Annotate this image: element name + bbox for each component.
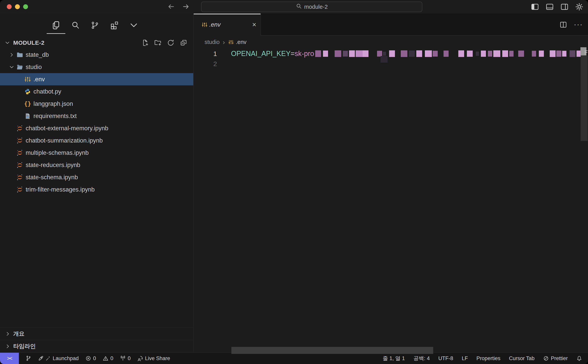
- jupyter-icon: [16, 136, 24, 145]
- search-icon: [296, 3, 302, 11]
- status-remote[interactable]: ><: [0, 353, 19, 364]
- minimize-window-button[interactable]: [15, 4, 20, 9]
- redacted-block: [569, 50, 575, 57]
- toggle-primary-sidebar-icon[interactable]: [531, 3, 539, 11]
- toggle-secondary-sidebar-icon[interactable]: [560, 3, 569, 11]
- explorer-title[interactable]: MODULE-2: [13, 39, 45, 46]
- status-bar-left: ><Launchpad000Live Share: [0, 353, 170, 364]
- chevron-right-icon[interactable]: [8, 51, 16, 59]
- status-errors[interactable]: 0: [85, 353, 96, 364]
- jupyter-icon: [16, 185, 24, 194]
- activity-item-explorer[interactable]: [51, 16, 61, 35]
- sidebar: MODULE-2 state_dbstudio.envchatbot.py{}l…: [0, 14, 194, 352]
- redacted-block: [349, 50, 355, 57]
- jupyter-icon: [16, 173, 24, 182]
- status-live-share[interactable]: Live Share: [137, 353, 170, 364]
- tree-item-langgraph.json[interactable]: {}langgraph.json: [0, 98, 193, 110]
- activity-item-search[interactable]: [71, 16, 80, 35]
- chevron-down-icon[interactable]: [4, 39, 11, 47]
- collapse-all-icon[interactable]: [180, 39, 187, 47]
- chevron-spacer: [8, 161, 16, 169]
- tree-item-state-schema.ipynb[interactable]: state-schema.ipynb: [0, 171, 193, 183]
- status-label: 0: [128, 355, 131, 362]
- redacted-block: [377, 51, 382, 57]
- breadcrumb-file[interactable]: .env: [236, 39, 246, 45]
- more-actions-button[interactable]: ···: [574, 20, 583, 29]
- redacted-block: [502, 50, 508, 57]
- tree-item-requirements.txt[interactable]: requirements.txt: [0, 110, 193, 122]
- chevron-right-icon: [4, 342, 12, 350]
- close-window-button[interactable]: [7, 4, 12, 9]
- redacted-secret-blocks: [314, 50, 582, 57]
- tree-item-state-db[interactable]: state_db: [0, 49, 193, 61]
- settings-gear-icon[interactable]: [575, 3, 583, 11]
- chevron-spacer: [8, 124, 16, 132]
- code-editor[interactable]: 1 OPENAI_API_KEY=sk-pro 2: [194, 49, 588, 352]
- status-launchpad[interactable]: Launchpad: [38, 353, 79, 364]
- python-icon: [23, 87, 32, 96]
- new-folder-icon[interactable]: [154, 39, 162, 47]
- activity-item-extensions[interactable]: [110, 16, 119, 35]
- wand-icon: [46, 356, 51, 361]
- status-warnings[interactable]: 0: [103, 353, 113, 364]
- status-eol[interactable]: LF: [462, 353, 468, 364]
- tab-env[interactable]: .env ×: [194, 14, 261, 36]
- zoom-window-button[interactable]: [23, 4, 28, 9]
- tree-item-.env[interactable]: .env: [0, 73, 193, 85]
- status-language-mode[interactable]: Properties: [476, 353, 500, 364]
- redacted-block: [315, 50, 321, 57]
- chevron-down-icon[interactable]: [8, 63, 16, 71]
- activity-item-source-control[interactable]: [90, 16, 100, 35]
- status-cursor-position[interactable]: 줄 1, 열 1: [383, 353, 405, 364]
- tree-item-chatbot-external-memory.ipynb[interactable]: chatbot-external-memory.ipynb: [0, 122, 193, 134]
- tree-item-chatbot-summarization.ipynb[interactable]: chatbot-summarization.ipynb: [0, 134, 193, 147]
- forward-button[interactable]: [182, 3, 190, 11]
- redacted-block: [532, 51, 536, 57]
- chevron-right-icon: [4, 330, 12, 338]
- tree-item-label: state-schema.ipynb: [26, 174, 78, 181]
- status-ports[interactable]: [26, 353, 31, 364]
- redacted-block: [556, 51, 561, 57]
- titlebar-layout-controls: [531, 2, 583, 11]
- new-file-icon[interactable]: [141, 39, 149, 47]
- breadcrumb-folder[interactable]: studio: [205, 39, 220, 45]
- tree-item-studio[interactable]: studio: [0, 61, 193, 73]
- refresh-icon[interactable]: [167, 39, 174, 47]
- tree-item-label: chatbot-summarization.ipynb: [26, 137, 103, 144]
- tree-item-label: langgraph.json: [33, 100, 73, 107]
- broadcast-icon: [120, 355, 126, 361]
- tree-item-trim-filter-messages.ipynb[interactable]: trim-filter-messages.ipynb: [0, 183, 193, 196]
- status-encoding[interactable]: UTF-8: [438, 353, 453, 364]
- vertical-scrollbar[interactable]: [581, 55, 588, 141]
- status-formatter[interactable]: Prettier: [543, 353, 568, 364]
- ports-icon: [26, 355, 31, 361]
- tree-item-state-reducers.ipynb[interactable]: state-reducers.ipynb: [0, 159, 193, 171]
- sidebar-section-outline[interactable]: 개요: [0, 327, 193, 340]
- redacted-block: [389, 50, 395, 57]
- status-label: 줄 1, 열 1: [383, 355, 405, 362]
- explorer-actions: [141, 39, 187, 47]
- error-icon: [85, 355, 91, 361]
- bell-icon: [576, 355, 582, 361]
- back-button[interactable]: [167, 3, 175, 11]
- tree-item-chatbot.py[interactable]: chatbot.py: [0, 85, 193, 98]
- status-broadcast[interactable]: 0: [120, 353, 131, 364]
- horizontal-scrollbar[interactable]: [231, 347, 433, 354]
- sidebar-section-timeline[interactable]: 타임라인: [0, 340, 193, 352]
- status-indentation[interactable]: 공백: 4: [414, 353, 430, 364]
- env-file-icon: [200, 20, 209, 29]
- code-line-1: 1 OPENAI_API_KEY=sk-pro: [194, 49, 588, 59]
- redacted-block: [343, 51, 348, 57]
- status-cursor-tab[interactable]: Cursor Tab: [509, 353, 535, 364]
- redacted-block: [356, 50, 363, 57]
- status-notifications[interactable]: [576, 353, 582, 364]
- close-tab-icon[interactable]: ×: [252, 21, 256, 28]
- activity-item-more[interactable]: [129, 16, 138, 35]
- split-editor-icon[interactable]: [559, 21, 567, 29]
- command-center-search[interactable]: module-2: [201, 1, 422, 12]
- status-bar: ><Launchpad000Live Share 줄 1, 열 1공백: 4UT…: [0, 352, 588, 364]
- redacted-block: [323, 51, 328, 57]
- tree-item-multiple-schemas.ipynb[interactable]: multiple-schemas.ipynb: [0, 147, 193, 159]
- toggle-panel-icon[interactable]: [546, 3, 554, 11]
- status-label: 0: [110, 355, 113, 362]
